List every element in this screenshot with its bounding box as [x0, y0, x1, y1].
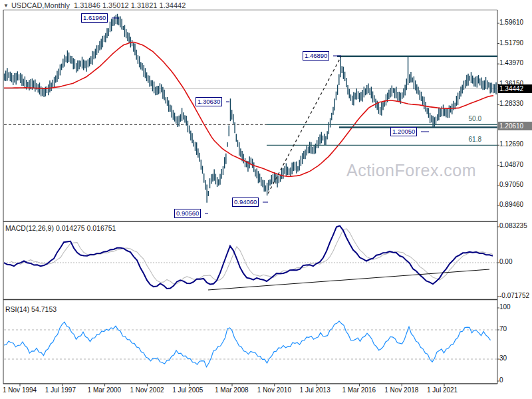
macd-trendline [208, 269, 489, 290]
chart-title: ▼USDCAD,Monthly 1.31846 1.35012 1.31821 … [3, 1, 186, 9]
macd-name: MACD(12,26,9) [5, 224, 54, 232]
rsi-values: 54.7153 [31, 305, 57, 313]
rsi-name: RSI(14) [5, 305, 29, 313]
rsi-header: RSI(14) 54.7153 [5, 305, 57, 313]
chart-symbol: USDCAD,Monthly [11, 1, 70, 9]
chart-canvas[interactable] [0, 0, 532, 399]
symbol-dropdown-icon: ▼ [3, 3, 9, 9]
macd-values: 0.014275 0.016751 [56, 224, 116, 232]
chart-ohlc-values: 1.31846 1.35012 1.31821 1.34442 [74, 1, 186, 9]
macd-header: MACD(12,26,9) 0.014275 0.016751 [5, 224, 116, 232]
rsi-line [4, 321, 491, 367]
macd-main-line [4, 226, 493, 289]
chart-window[interactable]: { "header": { "marker_icon": "▼", "symbo… [0, 0, 532, 399]
